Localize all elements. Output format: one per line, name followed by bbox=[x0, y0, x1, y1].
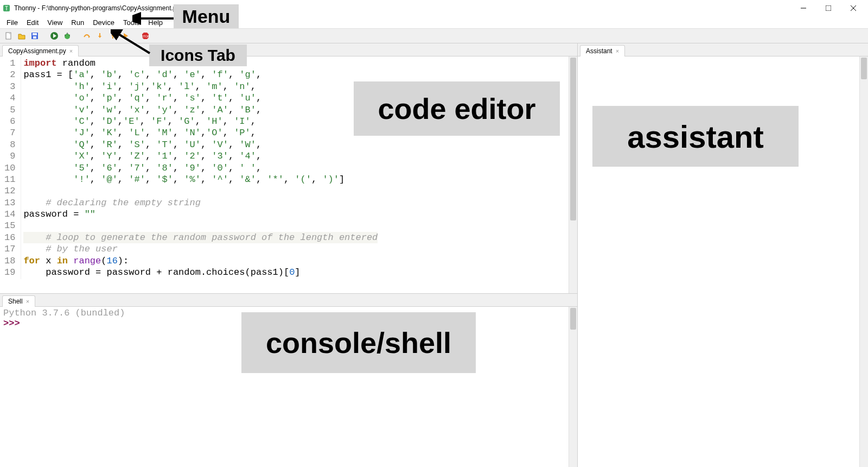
line-number: 19 bbox=[4, 267, 15, 278]
app-icon: T bbox=[2, 4, 11, 12]
code-line[interactable]: 'C', 'D','E', 'F', 'G', 'H', 'I', bbox=[23, 116, 378, 127]
svg-text:T: T bbox=[5, 5, 8, 11]
step-over-icon[interactable] bbox=[81, 30, 92, 41]
debug-icon[interactable] bbox=[62, 30, 73, 41]
line-number: 12 bbox=[4, 185, 15, 197]
menu-bar: FileEditViewRunDeviceToolsHelp bbox=[0, 16, 868, 28]
editor-tab[interactable]: CopyAssignment.py × bbox=[2, 45, 79, 56]
shell-tabstrip: Shell × bbox=[0, 294, 577, 307]
line-number: 18 bbox=[4, 255, 15, 267]
svg-text:STOP: STOP bbox=[141, 35, 150, 38]
resume-icon[interactable] bbox=[120, 30, 131, 41]
save-file-icon[interactable] bbox=[29, 30, 40, 41]
menu-device[interactable]: Device bbox=[88, 17, 119, 28]
new-file-icon[interactable] bbox=[3, 30, 14, 41]
line-number: 4 bbox=[4, 92, 15, 104]
minimize-button[interactable] bbox=[791, 0, 816, 16]
line-gutter: 12345678910111213141516171819 bbox=[0, 56, 21, 279]
line-number: 16 bbox=[4, 232, 15, 243]
editor-scrollbar[interactable] bbox=[569, 56, 577, 293]
line-number: 9 bbox=[4, 150, 15, 162]
line-number: 11 bbox=[4, 174, 15, 185]
code-line[interactable]: import random bbox=[23, 58, 378, 69]
toolbar: STOP bbox=[0, 28, 868, 43]
svg-rect-3 bbox=[826, 5, 831, 11]
code-line[interactable]: 'X', 'Y', 'Z', '1', '2', '3', '4', bbox=[23, 150, 378, 162]
code-line[interactable]: '!', '@', '#', '$', '%', '^', '&', '*', … bbox=[23, 174, 378, 185]
menu-edit[interactable]: Edit bbox=[22, 17, 43, 28]
code-line[interactable]: # declaring the empty string bbox=[23, 197, 378, 209]
close-icon[interactable]: × bbox=[616, 48, 619, 54]
code-line[interactable]: 'Q', 'R', 'S', 'T', 'U', 'V', 'W', bbox=[23, 139, 378, 150]
code-line[interactable]: for x in range(16): bbox=[23, 255, 378, 267]
menu-tools[interactable]: Tools bbox=[119, 17, 144, 28]
line-number: 2 bbox=[4, 69, 15, 80]
line-number: 6 bbox=[4, 116, 15, 127]
svg-point-11 bbox=[65, 34, 70, 39]
close-button[interactable] bbox=[841, 0, 866, 16]
code-line[interactable]: password = "" bbox=[23, 209, 378, 220]
shell-scrollbar[interactable] bbox=[569, 307, 577, 467]
svg-rect-9 bbox=[33, 36, 36, 39]
step-into-icon[interactable] bbox=[94, 30, 105, 41]
line-number: 14 bbox=[4, 209, 15, 220]
code-line[interactable]: password = password + random.choices(pas… bbox=[23, 267, 378, 278]
code-line[interactable] bbox=[23, 220, 378, 231]
line-number: 5 bbox=[4, 104, 15, 116]
shell-prompt: >>> bbox=[3, 318, 20, 329]
menu-help[interactable]: Help bbox=[144, 17, 167, 28]
line-number: 17 bbox=[4, 243, 15, 255]
stop-icon[interactable]: STOP bbox=[140, 30, 151, 41]
line-number: 8 bbox=[4, 139, 15, 150]
window-title: Thonny - F:\thonny-python-programs\CopyA… bbox=[14, 4, 791, 12]
line-number: 7 bbox=[4, 127, 15, 138]
line-number: 15 bbox=[4, 220, 15, 231]
close-icon[interactable]: × bbox=[26, 298, 29, 305]
run-icon[interactable] bbox=[49, 30, 60, 41]
shell-banner: Python 3.7.6 (bundled) bbox=[3, 308, 574, 318]
window-titlebar: T Thonny - F:\thonny-python-programs\Cop… bbox=[0, 0, 868, 16]
code-line[interactable] bbox=[23, 185, 378, 197]
line-number: 10 bbox=[4, 162, 15, 174]
svg-rect-8 bbox=[33, 33, 37, 35]
code-text[interactable]: import randompass1 = ['a', 'b', 'c', 'd'… bbox=[21, 56, 380, 279]
code-line[interactable]: # by the user bbox=[23, 243, 378, 255]
line-number: 3 bbox=[4, 81, 15, 92]
assistant-tab[interactable]: Assistant × bbox=[580, 45, 625, 56]
step-out-icon[interactable] bbox=[107, 30, 118, 41]
assistant-tab-label: Assistant bbox=[586, 47, 612, 55]
code-line[interactable]: 'J', 'K', 'L', 'M', 'N','O', 'P', bbox=[23, 127, 378, 138]
line-number: 13 bbox=[4, 197, 15, 209]
close-icon[interactable]: × bbox=[69, 48, 73, 54]
assistant-panel bbox=[578, 56, 868, 467]
menu-view[interactable]: View bbox=[43, 17, 67, 28]
editor-tab-label: CopyAssignment.py bbox=[8, 47, 66, 55]
code-line[interactable]: '5', '6', '7', '8', '9', '0', ' ', bbox=[23, 162, 378, 174]
open-file-icon[interactable] bbox=[16, 30, 27, 41]
code-line[interactable]: 'v', 'w', 'x', 'y', 'z', 'A', 'B', bbox=[23, 104, 378, 116]
code-line[interactable]: pass1 = ['a', 'b', 'c', 'd', 'e', 'f', '… bbox=[23, 69, 378, 80]
assistant-scrollbar[interactable] bbox=[859, 56, 868, 467]
assistant-tabstrip: Assistant × bbox=[578, 43, 868, 56]
code-editor[interactable]: 12345678910111213141516171819 import ran… bbox=[0, 56, 577, 293]
code-line[interactable]: # loop to generate the random password o… bbox=[23, 232, 378, 243]
editor-tabstrip: CopyAssignment.py × bbox=[0, 43, 577, 56]
shell-panel: Shell × Python 3.7.6 (bundled) >>> bbox=[0, 293, 577, 467]
shell-tab[interactable]: Shell × bbox=[2, 295, 35, 307]
line-number: 1 bbox=[4, 58, 15, 69]
shell-tab-label: Shell bbox=[8, 298, 23, 305]
maximize-button[interactable] bbox=[816, 0, 841, 16]
code-line[interactable]: 'h', 'i', 'j','k', 'l', 'm', 'n', bbox=[23, 81, 378, 92]
code-line[interactable]: 'o', 'p', 'q', 'r', 's', 't', 'u', bbox=[23, 92, 378, 104]
shell-output[interactable]: Python 3.7.6 (bundled) >>> bbox=[0, 307, 577, 467]
menu-run[interactable]: Run bbox=[67, 17, 88, 28]
menu-file[interactable]: File bbox=[2, 17, 22, 28]
